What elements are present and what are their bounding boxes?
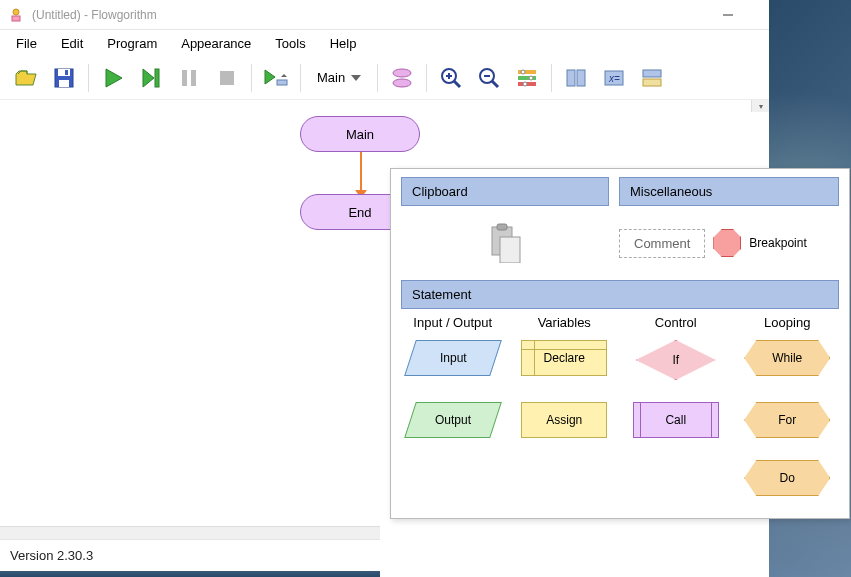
window-title: (Untitled) - Flowgorithm: [32, 8, 705, 22]
start-node[interactable]: Main: [300, 116, 420, 152]
end-node-label: End: [348, 205, 371, 220]
breakpoint-label: Breakpoint: [749, 236, 806, 250]
title-bar: (Untitled) - Flowgorithm: [0, 0, 851, 30]
variables-button[interactable]: x=: [596, 60, 632, 96]
svg-rect-8: [59, 80, 69, 87]
menu-file[interactable]: File: [4, 33, 49, 54]
svg-point-0: [13, 9, 19, 15]
svg-rect-35: [643, 79, 661, 86]
if-shape[interactable]: If: [636, 340, 716, 380]
svg-text:x=: x=: [608, 73, 620, 84]
taskbar-strip: [0, 571, 380, 577]
caret-down-icon: [351, 75, 361, 81]
settings-button[interactable]: [509, 60, 545, 96]
step-button[interactable]: [133, 60, 169, 96]
clipboard-area: [401, 216, 609, 270]
run-button[interactable]: [95, 60, 131, 96]
zoom-out-button[interactable]: [471, 60, 507, 96]
flow-arrow[interactable]: [360, 152, 362, 192]
col-io: Input / Output: [401, 315, 505, 330]
svg-rect-14: [277, 80, 287, 85]
menu-bar: File Edit Program Appearance Tools Help: [0, 30, 851, 56]
statement-header: Statement: [401, 280, 839, 309]
version-label: Version 2.30.3: [10, 548, 93, 563]
menu-appearance[interactable]: Appearance: [169, 33, 263, 54]
col-vars: Variables: [513, 315, 617, 330]
start-node-label: Main: [346, 127, 374, 142]
panel2-button[interactable]: [634, 60, 670, 96]
svg-point-16: [393, 79, 411, 87]
input-shape[interactable]: Input: [404, 340, 502, 376]
minimize-button[interactable]: [705, 0, 751, 30]
output-shape[interactable]: Output: [404, 402, 502, 438]
svg-rect-10: [155, 69, 159, 87]
menu-edit[interactable]: Edit: [49, 33, 95, 54]
svg-rect-38: [500, 237, 520, 263]
svg-line-22: [492, 81, 498, 87]
svg-point-15: [393, 69, 411, 77]
paste-icon[interactable]: [488, 223, 522, 263]
status-bar: Version 2.30.3: [0, 539, 380, 571]
assign-shape[interactable]: Assign: [521, 402, 607, 438]
menu-help[interactable]: Help: [318, 33, 369, 54]
clipboard-header: Clipboard: [401, 177, 609, 206]
svg-rect-1: [12, 16, 20, 21]
svg-point-27: [521, 70, 525, 74]
declare-shape[interactable]: Declare: [521, 340, 607, 376]
breakpoint-shape[interactable]: [713, 229, 741, 257]
speed-button[interactable]: [258, 60, 294, 96]
shape-palette-popup: Clipboard Miscellaneous Comment Breakpoi…: [390, 168, 850, 519]
col-loop: Looping: [736, 315, 840, 330]
open-button[interactable]: [8, 60, 44, 96]
svg-rect-9: [65, 70, 68, 75]
svg-rect-30: [567, 70, 575, 86]
svg-point-29: [523, 82, 527, 86]
do-shape[interactable]: Do: [744, 460, 830, 496]
while-shape[interactable]: While: [744, 340, 830, 376]
col-ctrl: Control: [624, 315, 728, 330]
save-button[interactable]: [46, 60, 82, 96]
scroll-gutter[interactable]: ▾: [751, 100, 769, 112]
misc-header: Miscellaneous: [619, 177, 839, 206]
menu-tools[interactable]: Tools: [263, 33, 317, 54]
svg-point-28: [529, 76, 533, 80]
svg-rect-13: [220, 71, 234, 85]
pause-button[interactable]: [171, 60, 207, 96]
svg-rect-11: [182, 70, 187, 86]
svg-rect-7: [58, 69, 70, 76]
toolbar: Main x=: [0, 56, 851, 100]
app-icon: [8, 7, 24, 23]
panel1-button[interactable]: [558, 60, 594, 96]
svg-rect-12: [191, 70, 196, 86]
zoom-in-button[interactable]: [433, 60, 469, 96]
menu-program[interactable]: Program: [95, 33, 169, 54]
svg-rect-37: [497, 224, 507, 230]
comment-shape[interactable]: Comment: [619, 229, 705, 258]
layout-button[interactable]: [384, 60, 420, 96]
call-shape[interactable]: Call: [633, 402, 719, 438]
svg-line-18: [454, 81, 460, 87]
svg-rect-31: [577, 70, 585, 86]
function-selected-label: Main: [317, 70, 345, 85]
function-selector[interactable]: Main: [307, 70, 371, 85]
for-shape[interactable]: For: [744, 402, 830, 438]
stop-button[interactable]: [209, 60, 245, 96]
svg-rect-34: [643, 70, 661, 77]
